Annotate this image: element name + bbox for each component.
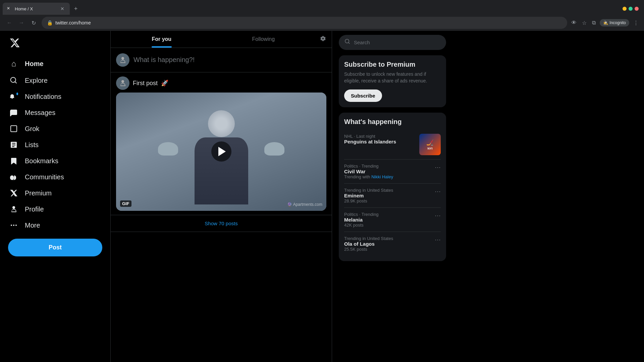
x-logo-svg bbox=[9, 38, 20, 48]
trending-item-ola[interactable]: Trending in United States Ola of Lagos 2… bbox=[344, 232, 441, 256]
trending-item-eminem[interactable]: Trending in United States Eminem 28.9K p… bbox=[344, 184, 441, 208]
tab-for-you[interactable]: For you bbox=[111, 31, 213, 48]
feed: What is happening?! First post 🚀 bbox=[111, 48, 332, 362]
address-bar-row: ← → ↻ 🔒 twitter.com/home 👁 ☆ ⧉ 🕵 Incogni… bbox=[0, 15, 644, 31]
user-avatar bbox=[116, 53, 129, 67]
trending-eminem-info: Trending in United States Eminem 28.9K p… bbox=[344, 188, 432, 203]
search-input[interactable] bbox=[354, 40, 440, 45]
nav-item-lists[interactable]: Lists bbox=[4, 137, 106, 153]
tab-close-button[interactable]: ✕ bbox=[59, 5, 66, 12]
post-button[interactable]: Post bbox=[8, 239, 102, 256]
back-button[interactable]: ← bbox=[4, 17, 15, 28]
incognito-icon: 🕵 bbox=[603, 20, 608, 25]
trending-nhl-name: Penguins at Islanders bbox=[344, 139, 417, 144]
lists-icon bbox=[9, 141, 18, 149]
star-icon[interactable]: ☆ bbox=[581, 18, 588, 27]
trending-civil-war-name: Civil War bbox=[344, 169, 432, 174]
nav-item-bookmarks[interactable]: Bookmarks bbox=[4, 153, 106, 169]
forward-button[interactable]: → bbox=[16, 17, 27, 28]
trending-eminem-name: Eminem bbox=[344, 193, 432, 198]
nav-item-messages[interactable]: Messages bbox=[4, 105, 106, 121]
nav-label-bookmarks: Bookmarks bbox=[25, 157, 58, 165]
incognito-badge: 🕵 Incognito bbox=[600, 19, 629, 26]
nav-item-explore[interactable]: Explore bbox=[4, 72, 106, 88]
trending-ola-category: Trending in United States bbox=[344, 236, 432, 241]
nav-label-premium: Premium bbox=[25, 189, 52, 197]
trending-melania-info: Politics · Trending Melania 42K posts bbox=[344, 212, 432, 228]
tweet-item: First post 🚀 bbox=[111, 72, 332, 215]
nav-item-communities[interactable]: Communities bbox=[4, 169, 106, 185]
trending-ola-count: 25.5K posts bbox=[344, 247, 432, 252]
trending-melania-name: Melania bbox=[344, 217, 432, 223]
maximize-button[interactable] bbox=[629, 7, 633, 11]
notification-dot bbox=[16, 93, 18, 95]
show-posts-link[interactable]: Show 70 posts bbox=[111, 215, 332, 232]
active-tab[interactable]: ✕ Home / X ✕ bbox=[3, 3, 70, 15]
tweet-emoji: 🚀 bbox=[161, 79, 168, 87]
extensions-icon[interactable]: ⧉ bbox=[591, 18, 597, 27]
nav-item-notifications[interactable]: Notifications bbox=[4, 88, 106, 105]
main-content: For you Following What is happening?! bbox=[111, 31, 332, 362]
trending-civil-war-link[interactable]: Nikki Haley bbox=[371, 174, 393, 179]
search-box[interactable] bbox=[339, 35, 446, 50]
trending-item-melania[interactable]: Politics · Trending Melania 42K posts ⋯ bbox=[344, 208, 441, 232]
compose-input[interactable]: What is happening?! bbox=[133, 53, 326, 67]
trending-nhl-category: NHL · Last night bbox=[344, 134, 417, 139]
trending-melania-more[interactable]: ⋯ bbox=[435, 212, 441, 219]
trending-ola-more[interactable]: ⋯ bbox=[435, 236, 441, 243]
nav-label-communities: Communities bbox=[25, 173, 64, 181]
refresh-button[interactable]: ↻ bbox=[28, 17, 39, 28]
premium-title: Subscribe to Premium bbox=[344, 61, 441, 68]
play-button[interactable] bbox=[211, 141, 231, 162]
svg-rect-0 bbox=[11, 126, 17, 132]
premium-icon bbox=[9, 189, 18, 197]
gif-badge: GIF bbox=[120, 200, 131, 207]
browser-menu-icon[interactable]: ⋮ bbox=[632, 18, 640, 27]
subscribe-button[interactable]: Subscribe bbox=[344, 89, 382, 102]
nav-label-messages: Messages bbox=[25, 109, 55, 117]
trending-card: What's happening NHL · Last night Pengui… bbox=[339, 113, 446, 261]
search-icon bbox=[344, 39, 351, 46]
x-logo[interactable] bbox=[4, 34, 106, 54]
trending-civil-war-with: Trending with Nikki Haley bbox=[344, 174, 432, 179]
trending-eminem-category: Trending in United States bbox=[344, 188, 432, 193]
tab-following[interactable]: Following bbox=[213, 31, 315, 48]
tweet-post-label: First post bbox=[133, 80, 158, 87]
trending-eminem-more[interactable]: ⋯ bbox=[435, 188, 441, 195]
nav-label-profile: Profile bbox=[25, 205, 44, 213]
right-sidebar: Subscribe to Premium Subscribe to unlock… bbox=[332, 31, 453, 362]
bookmarks-icon bbox=[9, 157, 18, 165]
nav-item-more[interactable]: More bbox=[4, 217, 106, 233]
trending-item-civil-war[interactable]: Politics · Trending Civil War Trending w… bbox=[344, 160, 441, 184]
window-close-button[interactable] bbox=[635, 7, 639, 11]
browser-nav-buttons: ← → ↻ bbox=[4, 17, 39, 28]
browser-toolbar-icons: 👁 ☆ ⧉ 🕵 Incognito ⋮ bbox=[570, 18, 640, 27]
communities-icon bbox=[9, 173, 18, 181]
trending-melania-category: Politics · Trending bbox=[344, 212, 432, 217]
tweet-header: First post 🚀 bbox=[116, 76, 326, 90]
minimize-button[interactable] bbox=[623, 7, 627, 11]
address-bar[interactable]: 🔒 twitter.com/home bbox=[42, 17, 567, 29]
browser-chrome: ✕ Home / X ✕ + ← → ↻ 🔒 twitter.com/home … bbox=[0, 0, 644, 31]
nav-label-lists: Lists bbox=[25, 141, 39, 149]
trending-item-nhl[interactable]: NHL · Last night Penguins at Islanders 🏒… bbox=[344, 130, 441, 160]
messages-icon bbox=[9, 109, 18, 117]
premium-description: Subscribe to unlock new features and if … bbox=[344, 71, 441, 84]
nav-label-explore: Explore bbox=[25, 77, 48, 84]
nav-label-notifications: Notifications bbox=[25, 93, 61, 101]
nav-item-grok[interactable]: Grok bbox=[4, 121, 106, 137]
tweet-media[interactable]: GIF 🔮 Apartments.com bbox=[116, 93, 326, 211]
new-tab-button[interactable]: + bbox=[71, 4, 80, 13]
incognito-label: Incognito bbox=[609, 20, 626, 25]
trending-civil-war-more[interactable]: ⋯ bbox=[435, 164, 441, 171]
nav-item-premium[interactable]: Premium bbox=[4, 185, 106, 201]
url-text: twitter.com/home bbox=[55, 20, 562, 25]
eye-off-icon[interactable]: 👁 bbox=[570, 18, 578, 27]
feed-tabs: For you Following bbox=[111, 31, 332, 48]
nav-item-home[interactable]: ⌂ Home bbox=[4, 55, 106, 72]
nav-item-profile[interactable]: Profile bbox=[4, 201, 106, 217]
premium-card: Subscribe to Premium Subscribe to unlock… bbox=[339, 55, 446, 107]
sidebar: ⌂ Home Explore Notifications Messages bbox=[0, 31, 111, 362]
feed-settings-button[interactable] bbox=[314, 31, 332, 48]
notifications-icon bbox=[9, 93, 18, 101]
